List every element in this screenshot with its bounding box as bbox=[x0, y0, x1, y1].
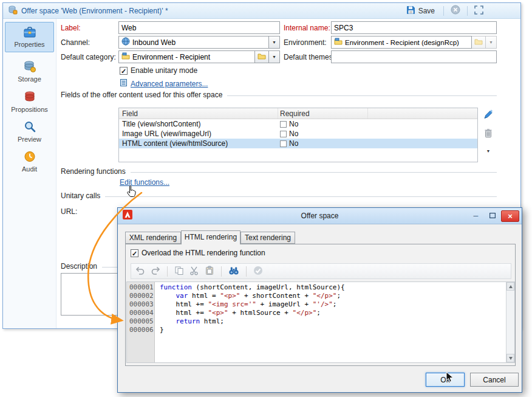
environment-select[interactable]: Environment - Recipient (designRcp) ▼ bbox=[331, 36, 497, 49]
chevron-down-icon: ▼ bbox=[486, 149, 491, 153]
search-button[interactable] bbox=[228, 265, 240, 278]
scroll-up-button[interactable] bbox=[506, 282, 514, 291]
advanced-parameters-link[interactable]: Advanced parameters... bbox=[131, 80, 208, 88]
check-icon: ✓ bbox=[131, 250, 138, 257]
column-header-required[interactable]: Required bbox=[278, 108, 368, 119]
tab-xml-rendering[interactable]: XML rendering bbox=[125, 232, 181, 244]
paste-button[interactable] bbox=[204, 265, 215, 278]
line-number: 000002 bbox=[127, 292, 155, 300]
internal-name-input[interactable] bbox=[331, 21, 497, 34]
required-checkbox[interactable] bbox=[280, 131, 287, 137]
sidebar-item-label: Audit bbox=[22, 165, 37, 173]
redo-icon bbox=[151, 266, 160, 277]
sidebar-item-preview[interactable]: Preview bbox=[5, 117, 54, 146]
titlebar-separator bbox=[443, 6, 444, 16]
edit-functions-link[interactable]: Edit functions... bbox=[120, 178, 169, 187]
default-category-dropdown-button[interactable]: ▼ bbox=[269, 50, 280, 63]
code-line: 000002 var html = "<p>" + shortContent +… bbox=[127, 292, 506, 300]
required-checkbox[interactable] bbox=[280, 121, 287, 128]
url-label: URL: bbox=[61, 207, 77, 216]
advanced-parameters-icon bbox=[120, 78, 128, 89]
more-actions-button[interactable]: ▼ bbox=[486, 148, 491, 154]
save-icon bbox=[406, 5, 415, 16]
cut-button[interactable] bbox=[189, 265, 200, 278]
required-cell: No bbox=[278, 120, 368, 128]
table-row-title[interactable]: Title (view/shortContent) No bbox=[119, 119, 477, 129]
titlebar-actions: Save bbox=[404, 4, 516, 18]
sidebar-item-label: Propositions bbox=[11, 106, 48, 113]
save-button[interactable]: Save bbox=[404, 4, 437, 18]
undo-button[interactable] bbox=[135, 265, 146, 278]
add-field-button[interactable] bbox=[483, 109, 494, 122]
label-input[interactable] bbox=[118, 21, 280, 34]
close-circle-icon bbox=[451, 5, 460, 16]
maximize-button[interactable] bbox=[485, 210, 500, 222]
required-cell: No bbox=[278, 129, 368, 138]
environment-label: Environment: bbox=[284, 38, 327, 47]
line-number: 000003 bbox=[127, 300, 155, 309]
code-editor[interactable]: 000001function (shortContent, imageUrl, … bbox=[126, 281, 515, 363]
redo-button[interactable] bbox=[150, 265, 161, 278]
default-category-select[interactable]: Environment - Recipient ▼ bbox=[118, 50, 280, 63]
rendering-section-title: Rendering functions bbox=[61, 167, 126, 176]
close-window-button[interactable] bbox=[450, 4, 461, 17]
tab-label: XML rendering bbox=[129, 233, 177, 242]
editor-toolbar bbox=[131, 263, 511, 279]
undo-icon bbox=[135, 266, 145, 277]
dialog-titlebar[interactable]: Offer space ─ × bbox=[118, 208, 522, 224]
line-number: 000001 bbox=[127, 283, 155, 292]
ok-button[interactable]: Ok bbox=[426, 373, 465, 387]
field-cell: HTML content (view/htmlSource) bbox=[119, 139, 278, 148]
table-row-html-content[interactable]: HTML content (view/htmlSource) No bbox=[119, 139, 477, 148]
enable-unitary-label: Enable unitary mode bbox=[131, 66, 197, 75]
sidebar-item-audit[interactable]: Audit bbox=[5, 147, 54, 176]
rendering-section-header: Rendering functions bbox=[61, 167, 497, 176]
enable-unitary-checkbox-row: ✓ Enable unitary mode bbox=[120, 66, 197, 75]
screen: Offer space 'Web (Environment - Recipien… bbox=[0, 0, 532, 397]
unitary-calls-title: Unitary calls bbox=[61, 192, 100, 200]
globe-icon bbox=[121, 37, 130, 47]
default-themes-label: Default themes: bbox=[284, 53, 335, 61]
editor-scrollbar[interactable] bbox=[506, 282, 514, 362]
fullscreen-button[interactable] bbox=[474, 5, 484, 17]
toolbar-separator bbox=[246, 266, 247, 277]
dialog-close-button[interactable]: × bbox=[501, 210, 519, 222]
channel-select[interactable]: Inbound Web ▼ bbox=[118, 36, 280, 49]
titlebar-separator bbox=[467, 6, 468, 16]
folder-database-icon bbox=[334, 38, 343, 47]
channel-value: Inbound Web bbox=[132, 38, 176, 47]
table-row-image-url[interactable]: Image URL (view/imageUrl) No bbox=[119, 129, 477, 139]
validate-button[interactable] bbox=[253, 265, 264, 278]
minimize-button[interactable]: ─ bbox=[468, 210, 483, 222]
chevron-down-icon: ▼ bbox=[272, 40, 276, 44]
tab-html-rendering[interactable]: HTML rendering bbox=[181, 230, 240, 244]
scissors-icon bbox=[189, 266, 199, 277]
sidebar-item-properties[interactable]: Properties bbox=[5, 22, 54, 52]
overload-label: Overload the HTML rendering function bbox=[142, 249, 265, 257]
environment-value-box: Environment - Recipient (designRcp) bbox=[331, 36, 472, 49]
delete-field-button[interactable] bbox=[484, 128, 493, 140]
copy-button[interactable] bbox=[174, 265, 185, 278]
default-category-folder-button[interactable] bbox=[255, 50, 269, 63]
environment-dropdown-button[interactable]: ▼ bbox=[486, 36, 497, 49]
dialog-title: Offer space bbox=[118, 212, 522, 220]
overload-checkbox[interactable]: ✓ bbox=[131, 249, 138, 257]
code-line: 000001function (shortContent, imageUrl, … bbox=[127, 283, 506, 292]
channel-dropdown-button[interactable]: ▼ bbox=[269, 36, 280, 49]
sidebar-item-storage[interactable]: Storage bbox=[5, 57, 54, 86]
chevron-down-icon: ▼ bbox=[272, 55, 276, 59]
enable-unitary-checkbox[interactable]: ✓ bbox=[120, 67, 128, 75]
tab-text-rendering[interactable]: Text rendering bbox=[240, 232, 295, 244]
environment-folder-button[interactable] bbox=[472, 36, 486, 49]
scroll-down-button[interactable] bbox=[506, 354, 514, 362]
cancel-button[interactable]: Cancel bbox=[470, 373, 519, 387]
code-line: 000006} bbox=[127, 326, 506, 334]
default-category-value: Environment - Recipient bbox=[132, 53, 210, 61]
code-line: 000003 html += "<img src='" + imageUrl +… bbox=[127, 300, 506, 309]
required-checkbox[interactable] bbox=[280, 140, 287, 147]
default-themes-input[interactable] bbox=[331, 50, 497, 63]
default-category-label: Default category: bbox=[61, 53, 116, 61]
field-cell: Image URL (view/imageUrl) bbox=[119, 129, 278, 138]
column-header-field[interactable]: Field bbox=[119, 108, 278, 119]
sidebar-item-propositions[interactable]: Propositions bbox=[5, 87, 54, 116]
